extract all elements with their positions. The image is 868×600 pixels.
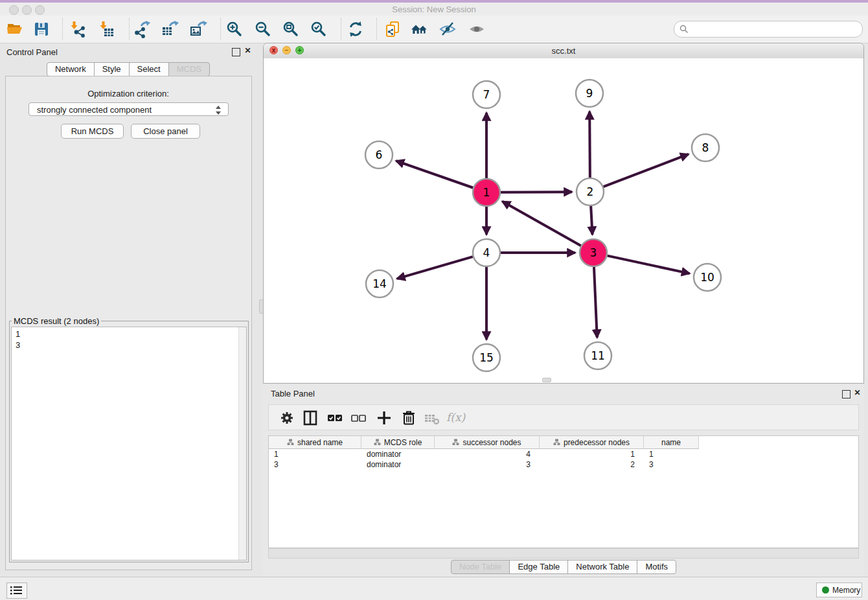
- graph-node-2[interactable]: 2: [577, 178, 604, 205]
- table-cell[interactable]: dominator: [361, 449, 435, 459]
- zoom-fit-icon[interactable]: [282, 20, 300, 38]
- edge-3-1[interactable]: [502, 202, 580, 246]
- table-cell[interactable]: 2: [540, 459, 644, 470]
- search-input[interactable]: [674, 21, 863, 38]
- show-graphics-details-icon[interactable]: [468, 20, 486, 38]
- clone-network-icon[interactable]: [383, 20, 402, 38]
- export-table-icon[interactable]: [161, 20, 179, 38]
- edge-4-14[interactable]: [397, 257, 473, 279]
- sort-icon: [287, 439, 294, 446]
- table-cell[interactable]: 1: [540, 449, 644, 459]
- export-image-icon[interactable]: [189, 20, 207, 38]
- mcds-result-scrollbar[interactable]: [238, 327, 246, 560]
- edge-3-10[interactable]: [608, 256, 690, 273]
- function-builder-icon[interactable]: f(x): [446, 411, 465, 424]
- graph-node-10[interactable]: 10: [694, 264, 721, 291]
- tab-mcds[interactable]: MCDS: [168, 62, 210, 76]
- edge-2-9[interactable]: [589, 111, 590, 178]
- table-cell[interactable]: 3: [269, 459, 361, 470]
- node-label-2: 2: [587, 185, 594, 198]
- main-toolbar: [0, 16, 868, 43]
- network-hscroll-thumb[interactable]: [542, 378, 551, 382]
- table-tabs: Node TableEdge TableNetwork TableMotifs: [263, 560, 864, 574]
- graph-node-3[interactable]: 3: [580, 239, 607, 266]
- settings-gear-icon[interactable]: [278, 409, 296, 427]
- edge-1-6[interactable]: [396, 161, 473, 188]
- graph-node-6[interactable]: 6: [365, 141, 393, 168]
- table-cell[interactable]: 1: [269, 449, 361, 459]
- column-header-predecessor-nodes[interactable]: predecessor nodes: [540, 436, 644, 449]
- float-table-panel-icon[interactable]: [842, 390, 851, 398]
- mcds-result-area[interactable]: 1 3: [11, 327, 247, 560]
- column-header-name[interactable]: name: [644, 436, 699, 449]
- column-header-successor-nodes[interactable]: successor nodes: [435, 436, 540, 449]
- export-network-icon[interactable]: [133, 20, 152, 38]
- memory-label: Memory: [832, 586, 860, 595]
- edge-3-11[interactable]: [594, 267, 597, 338]
- task-history-button[interactable]: [6, 583, 27, 599]
- graph-node-14[interactable]: 14: [366, 270, 393, 297]
- table-row[interactable]: 1dominator411: [269, 449, 699, 459]
- delete-column-icon[interactable]: [423, 409, 441, 427]
- column-header-shared-name[interactable]: shared name: [269, 436, 361, 449]
- tab-select[interactable]: Select: [129, 62, 169, 76]
- edge-2-8[interactable]: [604, 154, 689, 187]
- open-file-icon[interactable]: [6, 20, 24, 38]
- table-cell[interactable]: 4: [435, 449, 540, 459]
- hide-graphics-details-icon[interactable]: [439, 20, 457, 38]
- memory-button[interactable]: Memory: [816, 583, 862, 597]
- tab-style[interactable]: Style: [94, 62, 130, 76]
- close-panel-button[interactable]: Close panel: [131, 124, 200, 139]
- graph-node-7[interactable]: 7: [473, 81, 500, 108]
- network-window-titlebar[interactable]: x − + scc.txt: [264, 43, 863, 59]
- edge-2-3[interactable]: [591, 206, 592, 235]
- table-cell[interactable]: 3: [435, 459, 540, 470]
- graph-node-11[interactable]: 11: [584, 342, 611, 369]
- zoom-selected-icon[interactable]: [310, 20, 328, 38]
- delete-row-icon[interactable]: [400, 409, 418, 427]
- table-tab-network-table[interactable]: Network Table: [567, 560, 637, 574]
- graph-node-15[interactable]: 15: [473, 344, 500, 371]
- table-row[interactable]: 3dominator323: [269, 459, 699, 470]
- run-mcds-button[interactable]: Run MCDS: [61, 124, 124, 139]
- import-network-icon[interactable]: [68, 20, 86, 38]
- tab-network[interactable]: Network: [47, 62, 95, 76]
- select-all-icon[interactable]: [326, 409, 344, 427]
- zoom-in-icon[interactable]: [225, 20, 244, 38]
- refresh-layout-icon[interactable]: [347, 20, 365, 38]
- deselect-all-icon[interactable]: [349, 409, 367, 427]
- toolbar-separator: [129, 18, 130, 40]
- network-canvas[interactable]: 1234678910111415: [264, 58, 863, 383]
- show-columns-icon[interactable]: [301, 409, 319, 427]
- save-session-icon[interactable]: [32, 20, 51, 38]
- node-label-1: 1: [483, 186, 490, 199]
- toolbar-separator: [376, 18, 377, 40]
- application-window: Session: New Session: [0, 0, 868, 600]
- table-tab-motifs[interactable]: Motifs: [637, 560, 676, 574]
- table-scroll-strip[interactable]: [268, 548, 859, 559]
- status-bar: Memory: [0, 577, 868, 600]
- edge-1-2[interactable]: [501, 192, 572, 192]
- zoom-out-icon[interactable]: [254, 20, 272, 38]
- float-panel-icon[interactable]: [232, 48, 240, 56]
- add-row-icon[interactable]: [375, 409, 393, 427]
- close-panel-icon[interactable]: ✕: [244, 47, 251, 54]
- graph-node-4[interactable]: 4: [473, 239, 500, 266]
- table-tab-edge-table[interactable]: Edge Table: [509, 560, 568, 574]
- graph-node-9[interactable]: 9: [576, 80, 603, 107]
- table-cell[interactable]: dominator: [361, 459, 435, 470]
- import-table-icon[interactable]: [97, 20, 115, 38]
- graph-node-8[interactable]: 8: [692, 134, 719, 161]
- column-label: name: [661, 438, 681, 447]
- column-header-mcds-role[interactable]: MCDS role: [361, 436, 435, 449]
- graph-node-1[interactable]: 1: [473, 179, 500, 206]
- optimization-criterion-dropdown[interactable]: strongly connected component: [29, 102, 229, 116]
- sort-icon: [553, 439, 560, 446]
- node-label-4: 4: [483, 246, 490, 259]
- table-cell[interactable]: 3: [644, 459, 699, 470]
- table-cell[interactable]: 1: [644, 449, 699, 459]
- close-table-panel-icon[interactable]: ✕: [854, 389, 861, 397]
- list-icon: [10, 585, 23, 595]
- table-tab-node-table[interactable]: Node Table: [451, 560, 510, 574]
- home-icon[interactable]: [411, 20, 429, 38]
